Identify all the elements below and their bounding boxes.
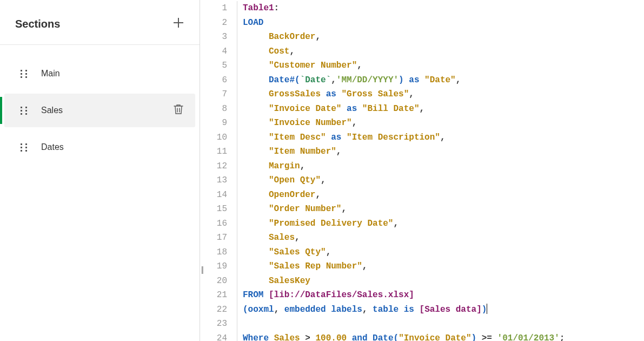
line-number: 9 bbox=[200, 116, 227, 130]
code-line[interactable]: "Sales Qty", bbox=[243, 245, 644, 260]
line-number: 1 bbox=[200, 1, 227, 16]
sidebar-title: Sections bbox=[15, 18, 60, 30]
code-line[interactable]: "Item Desc" as "Item Description", bbox=[243, 130, 644, 145]
line-number: 24 bbox=[200, 331, 227, 342]
sections-sidebar: Sections MainSalesDates || bbox=[0, 0, 200, 341]
code-line[interactable] bbox=[243, 317, 644, 331]
line-number: 23 bbox=[200, 317, 227, 331]
section-item-sales[interactable]: Sales bbox=[4, 94, 195, 127]
line-number: 15 bbox=[200, 202, 227, 217]
code-line[interactable]: "Invoice Date" as "Bill Date", bbox=[243, 102, 644, 116]
line-number: 7 bbox=[200, 87, 227, 102]
add-section-button[interactable] bbox=[172, 16, 184, 31]
code-line[interactable]: Date#(`Date`,'MM/DD/YYYY') as "Date", bbox=[243, 73, 644, 88]
code-line[interactable]: OpenOrder, bbox=[243, 188, 644, 202]
code-line[interactable]: "Sales Rep Number", bbox=[243, 259, 644, 274]
code-line[interactable]: FROM [lib://DataFiles/Sales.xlsx] bbox=[243, 288, 644, 303]
section-label: Main bbox=[41, 69, 183, 78]
line-number: 17 bbox=[200, 231, 227, 245]
line-number: 6 bbox=[200, 73, 227, 88]
code-line[interactable]: "Open Qty", bbox=[243, 173, 644, 188]
script-editor[interactable]: 123456789101112131415161718192021222324 … bbox=[200, 0, 644, 341]
drag-handle-icon[interactable] bbox=[21, 70, 28, 78]
code-line[interactable]: Sales, bbox=[243, 231, 644, 245]
code-line[interactable]: GrossSales as "Gross Sales", bbox=[243, 87, 644, 102]
line-number: 10 bbox=[200, 130, 227, 145]
line-number: 4 bbox=[200, 44, 227, 59]
code-line[interactable]: BackOrder, bbox=[243, 30, 644, 44]
line-number: 16 bbox=[200, 217, 227, 231]
code-line[interactable]: Table1: bbox=[243, 1, 644, 16]
text-cursor bbox=[487, 304, 487, 314]
drag-handle-icon[interactable] bbox=[21, 107, 28, 115]
line-number: 8 bbox=[200, 102, 227, 116]
line-number: 20 bbox=[200, 274, 227, 288]
sections-list: MainSalesDates bbox=[0, 45, 200, 164]
code-line[interactable]: "Item Number", bbox=[243, 145, 644, 159]
line-number-gutter: 123456789101112131415161718192021222324 bbox=[200, 1, 237, 341]
line-number: 12 bbox=[200, 159, 227, 174]
code-line[interactable]: "Order Number", bbox=[243, 202, 644, 217]
trash-icon bbox=[174, 104, 183, 115]
code-line[interactable]: Where Sales > 100.00 and Date("Invoice D… bbox=[243, 331, 644, 342]
section-item-main[interactable]: Main bbox=[4, 57, 195, 90]
line-number: 2 bbox=[200, 16, 227, 30]
drag-handle-icon[interactable] bbox=[21, 143, 28, 152]
section-label: Sales bbox=[41, 106, 174, 115]
section-item-dates[interactable]: Dates bbox=[4, 130, 195, 164]
line-number: 14 bbox=[200, 188, 227, 202]
code-area[interactable]: Table1:LOAD BackOrder, Cost, "Customer N… bbox=[237, 1, 644, 341]
sidebar-header: Sections bbox=[0, 0, 200, 45]
line-number: 11 bbox=[200, 145, 227, 159]
code-line[interactable]: (ooxml, embedded labels, table is [Sales… bbox=[243, 303, 644, 317]
line-number: 22 bbox=[200, 303, 227, 317]
code-line[interactable]: "Invoice Number", bbox=[243, 116, 644, 130]
line-number: 3 bbox=[200, 30, 227, 44]
code-line[interactable]: Cost, bbox=[243, 44, 644, 59]
code-line[interactable]: SalesKey bbox=[243, 274, 644, 288]
line-number: 18 bbox=[200, 245, 227, 260]
delete-section-button[interactable] bbox=[174, 104, 183, 117]
line-number: 19 bbox=[200, 259, 227, 274]
line-number: 13 bbox=[200, 173, 227, 188]
section-label: Dates bbox=[41, 142, 183, 152]
code-line[interactable]: "Promised Delivery Date", bbox=[243, 217, 644, 231]
plus-icon bbox=[172, 17, 184, 29]
code-line[interactable]: Margin, bbox=[243, 159, 644, 174]
code-line[interactable]: LOAD bbox=[243, 16, 644, 30]
line-number: 5 bbox=[200, 58, 227, 73]
panel-resize-handle[interactable]: || bbox=[201, 265, 203, 274]
code-line[interactable]: "Customer Number", bbox=[243, 58, 644, 73]
line-number: 21 bbox=[200, 288, 227, 303]
